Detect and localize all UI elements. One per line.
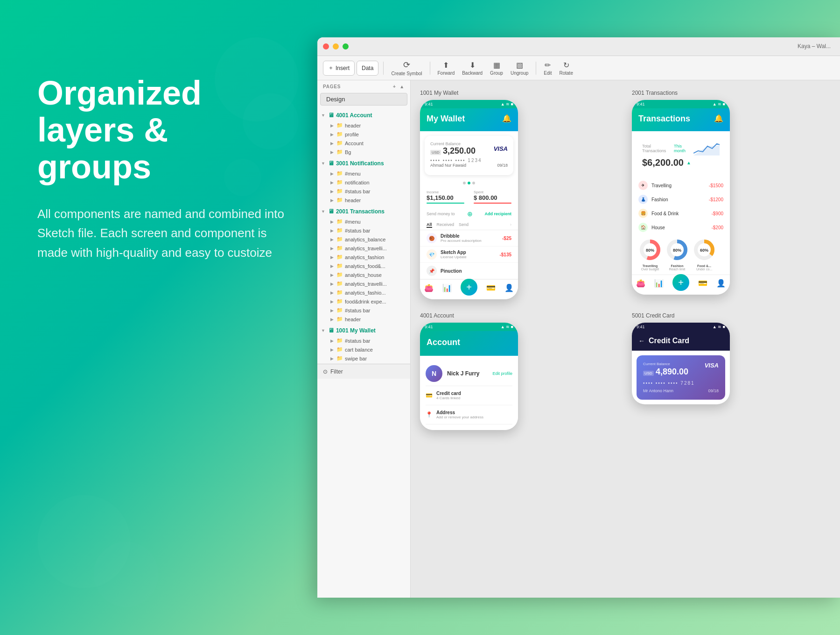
tab-all[interactable]: All <box>427 222 432 228</box>
deco-circle-5 <box>93 542 159 607</box>
total-amount: $6,200.00 <box>642 157 684 168</box>
layer-2001-statusbar2[interactable]: ▶ 📁 #status bar <box>317 306 410 315</box>
layer-2001-menu[interactable]: ▶ 📁 #menu <box>317 217 410 226</box>
cc-title: Credit Card <box>649 337 689 345</box>
cat-house: 🏠 House -$200 <box>632 220 730 234</box>
add-page-icon[interactable]: + <box>393 84 396 89</box>
layer-2001-analytics-fashio[interactable]: ▶ 📁 analytics_fashio... <box>317 288 410 297</box>
edit-profile-link[interactable]: Edit profile <box>492 371 512 376</box>
chart-nav-icon[interactable]: 📊 <box>442 283 452 296</box>
toolbar: ＋ Insert Data ⟳ Create Symbol ⬆ Forward … <box>317 56 840 80</box>
layer-3001-notification[interactable]: ▶ 📁 notification <box>317 178 410 187</box>
traffic-light-red[interactable] <box>323 43 329 49</box>
data-button[interactable]: Data <box>357 61 378 76</box>
card-expiry: 09/18 <box>497 163 508 168</box>
layer-4001-account[interactable]: ▶ 📁 Account <box>317 139 410 148</box>
tx-card-icon[interactable]: 💳 <box>698 279 707 291</box>
layer-group-1001-header[interactable]: ▼ 🖥 1001 My Wallet <box>317 325 410 336</box>
layer-3001-statusbar[interactable]: ▶ 📁 #status bar <box>317 187 410 196</box>
backward-group[interactable]: ⬇ Backward <box>462 61 483 76</box>
create-symbol-group[interactable]: ⟳ Create Symbol <box>391 60 422 76</box>
credit-card-icon: 💳 <box>426 392 433 399</box>
folder-icon: 📁 <box>336 289 343 296</box>
tx-person-icon[interactable]: 👤 <box>716 279 726 291</box>
transactions-label: 2001 Transactions <box>632 90 831 96</box>
tx-bottom-nav: 👛 📊 + 💳 👤 <box>632 275 730 295</box>
group-group[interactable]: ▦ Group <box>490 61 503 76</box>
traffic-light-yellow[interactable] <box>333 43 339 49</box>
ungroup-group[interactable]: ▧ Ungroup <box>511 61 528 76</box>
visa-logo: VISA <box>494 145 508 152</box>
folder-icon: 📁 <box>336 179 343 185</box>
tx-plus-button[interactable]: + <box>672 274 689 291</box>
cc-back-icon[interactable]: ← <box>638 337 645 345</box>
edit-group[interactable]: ✏ Edit <box>544 61 552 76</box>
card-nav-icon[interactable]: 💳 <box>486 283 496 296</box>
rotate-group[interactable]: ↻ Rotate <box>560 61 573 76</box>
tab-received[interactable]: Received <box>437 222 455 228</box>
dribbble-icon: 🏀 <box>427 233 437 243</box>
layer-2001-analytics-travelli[interactable]: ▶ 📁 analytics_travelli... <box>317 244 410 253</box>
cc-header: ← Credit Card <box>632 331 730 351</box>
credit-card-section: 5001 Credit Card 9:41 ▲ ≋ ■ ← Credit Car… <box>632 312 831 430</box>
page-design[interactable]: Design <box>320 93 407 106</box>
tx-title: Transactions <box>638 114 723 124</box>
tab-send[interactable]: Send <box>459 222 469 228</box>
wallet-bell-icon[interactable]: 🔔 <box>502 114 511 123</box>
folder-icon: 📁 <box>336 170 343 176</box>
layer-2001-food-expense[interactable]: ▶ 📁 food&drink expe... <box>317 297 410 306</box>
layer-4001-header[interactable]: ▶ 📁 header <box>317 121 410 130</box>
layer-group-1001: ▼ 🖥 1001 My Wallet ▶ 📁 #status bar ▶ 📁 c… <box>317 325 410 363</box>
donut-travelling: 80% Travelling Over budget <box>638 238 662 271</box>
wallet-card: Current Balance USD 3,250.00 VISA •••• •… <box>425 136 513 175</box>
layer-2001-analytics-food[interactable]: ▶ 📁 analytics_food&... <box>317 261 410 270</box>
layer-4001-name: 4001 Account <box>336 112 406 119</box>
account-section: 4001 Account 9:41 ▲ ≋ ■ Account <box>420 312 619 430</box>
layer-3001-header[interactable]: ▶ 📁 header <box>317 196 410 205</box>
account-title: Account <box>427 338 511 347</box>
layer-2001-analytics-fashion[interactable]: ▶ 📁 analytics_fashion <box>317 253 410 261</box>
folder-icon: 📁 <box>336 307 343 313</box>
wallet-title: My Wallet <box>427 114 511 124</box>
filter-label: Filter <box>330 368 343 375</box>
layer-2001-analytics-house[interactable]: ▶ 📁 analytics_house <box>317 270 410 279</box>
forward-group[interactable]: ⬆ Forward <box>438 61 455 76</box>
transactions-section: 2001 Transactions 9:41 ▲ ≋ ■ 🔔 Transacti… <box>632 90 831 299</box>
layer-2001-statusbar[interactable]: ▶ 📁 #status bar <box>317 226 410 235</box>
layer-1001-statusbar[interactable]: ▶ 📁 #status bar <box>317 336 410 345</box>
traffic-light-green[interactable] <box>343 43 349 49</box>
person-nav-icon[interactable]: 👤 <box>504 283 514 296</box>
layer-2001-header[interactable]: ▶ 📁 header <box>317 315 410 324</box>
layer-group-4001-header[interactable]: ▼ 🖥 4001 Account <box>317 109 410 121</box>
tx-bell-icon[interactable]: 🔔 <box>714 114 723 123</box>
layer-4001-profile[interactable]: ▶ 📁 profile <box>317 130 410 139</box>
layer-2001-analytics-balance[interactable]: ▶ 📁 analytics_balance <box>317 235 410 244</box>
insert-button[interactable]: ＋ Insert <box>323 61 355 76</box>
account-content: N Nick J Furry Edit profile 💳 Credit car… <box>420 356 518 430</box>
left-panel: Organized layers & groups All components… <box>37 75 299 262</box>
layer-group-3001-header[interactable]: ▼ 🖥 3001 Notifications <box>317 157 410 169</box>
add-icon[interactable]: ⊕ <box>467 210 473 218</box>
layer-1001-swipe-bar[interactable]: ▶ 📁 swipe bar <box>317 354 410 363</box>
filter-icon: ⊙ <box>323 368 328 375</box>
plus-nav-button[interactable]: + <box>461 279 477 296</box>
tx-summary-card: Total Transactions This month $6,200.00 <box>637 136 725 174</box>
wallet-nav-icon[interactable]: 👛 <box>424 283 434 296</box>
credit-card-label: 5001 Credit Card <box>632 312 831 319</box>
tx-wallet-icon[interactable]: 👛 <box>636 279 645 291</box>
title-bar: Kaya – Wal... <box>317 37 840 56</box>
layer-3001-menu[interactable]: ▶ 📁 #menu <box>317 169 410 178</box>
card-holder: Ahmad Nur Fawaid <box>430 163 466 168</box>
layer-group-2001-header[interactable]: ▼ 🖥 2001 Transactions <box>317 205 410 217</box>
layer-4001-bg[interactable]: ▶ 📁 Bg <box>317 148 410 156</box>
add-recipient[interactable]: Add recipient <box>484 212 511 216</box>
wallet-phone: 9:41 ▲ ≋ ■ 🔔 My Wallet Curren <box>420 100 518 299</box>
folder-icon: 📁 <box>336 140 343 146</box>
layer-2001-analytics-travelli2[interactable]: ▶ 📁 analytics_travelli... <box>317 279 410 288</box>
filter-bar[interactable]: ⊙ Filter <box>317 364 411 379</box>
layer-1001-cart-balance[interactable]: ▶ 📁 cart balance <box>317 345 410 354</box>
address-row: 📍 Address Add or remove your address <box>426 405 512 424</box>
tx-chart-icon[interactable]: 📊 <box>654 279 664 291</box>
layer-group-3001: ▼ 🖥 3001 Notifications ▶ 📁 #menu ▶ 📁 not… <box>317 157 410 205</box>
collapse-icon[interactable]: ▲ <box>399 84 405 89</box>
